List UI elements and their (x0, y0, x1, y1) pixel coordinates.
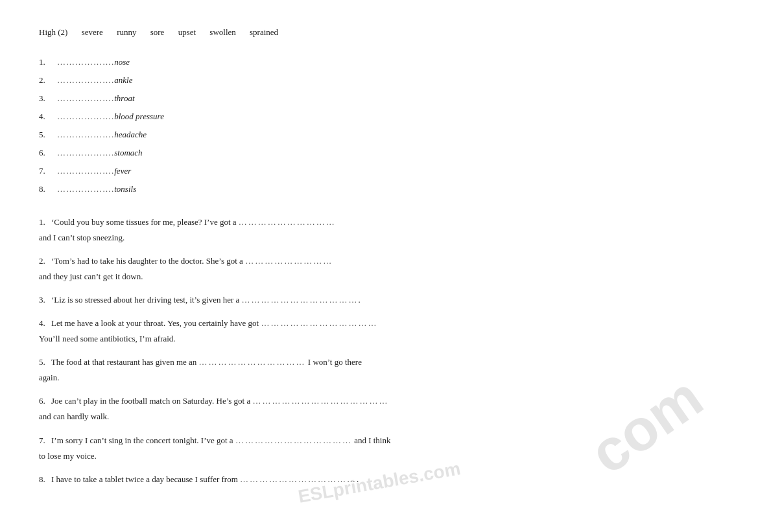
continuation: to lose my voice. (39, 451, 97, 461)
sentence-text2: . (357, 474, 359, 484)
sentence-text2: and I think (352, 435, 391, 445)
sentence-num: 1. (39, 217, 45, 227)
word-sore: sore (150, 27, 165, 37)
header-words: High (2) severe runny sore upset swollen… (39, 26, 719, 40)
item-word: tonsils (114, 182, 136, 196)
sentence-num: 3. (39, 295, 45, 305)
item-dots: ………………. (57, 146, 114, 160)
fill-line: ……………………………… (235, 434, 352, 448)
sentence-text1: ‘Could you buy some tissues for me, plea… (51, 217, 239, 227)
list-item: 4. ………………. blood pressure (39, 110, 719, 124)
sentence-text2: I won’t go there (306, 357, 362, 367)
sentence-text1: I have to take a tablet twice a day beca… (51, 474, 240, 484)
sentence-num: 6. (39, 396, 45, 406)
sentence-text1: The food at that restaurant has given me… (51, 357, 199, 367)
continuation: and I can’t stop sneezing. (39, 233, 124, 242)
word-high: High (2) (39, 27, 67, 37)
continuation: and they just can’t get it down. (39, 272, 143, 281)
fill-line: …………………………… (199, 355, 306, 369)
list-item: 5. ………………. headache (39, 128, 719, 142)
item-dots: ………………. (57, 164, 114, 178)
fill-line: ………………………… (239, 215, 336, 229)
sentence-6: 6. Joe can’t play in the football match … (39, 394, 719, 424)
list-item: 8. ………………. tonsils (39, 182, 719, 196)
sentence-7: 7. I’m sorry I can’t sing in the concert… (39, 434, 719, 463)
item-word: fever (114, 164, 131, 178)
sentence-text1: ‘Tom’s had to take his daughter to the d… (51, 256, 245, 266)
item-num: 4. (39, 110, 57, 124)
fill-line: …………………………………… (252, 394, 388, 408)
word-swollen: swollen (209, 27, 235, 37)
sentence-text1: I’m sorry I can’t sing in the concert to… (51, 435, 235, 445)
sentence-2: 2. ‘Tom’s had to take his daughter to th… (39, 254, 719, 284)
sentence-5: 5. The food at that restaurant has given… (39, 355, 719, 385)
item-word: nose (114, 55, 130, 69)
item-dots: ………………. (57, 91, 114, 106)
continuation: again. (39, 373, 59, 382)
continuation: You’ll need some antibiotics, I’m afraid… (39, 334, 176, 343)
sentence-num: 2. (39, 256, 45, 266)
item-dots: ………………. (57, 182, 114, 196)
item-num: 7. (39, 164, 57, 178)
continuation: and can hardly walk. (39, 411, 109, 421)
sentence-num: 4. (39, 318, 45, 328)
word-runny: runny (117, 27, 136, 37)
item-word: headache (114, 128, 147, 142)
sentence-4: 4. Let me have a look at your throat. Ye… (39, 316, 719, 346)
sentence-3: 3. ‘Liz is so stressed about her driving… (39, 293, 719, 307)
list-item: 1. ………………. nose (39, 55, 719, 69)
fill-line: ……………………………… (240, 472, 357, 487)
sentence-text1: Let me have a look at your throat. Yes, … (51, 318, 261, 328)
fill-line: ……………………………… (242, 293, 359, 307)
sentence-text2: . (359, 295, 361, 305)
fill-line: ……………………………… (261, 316, 377, 330)
item-num: 5. (39, 128, 57, 142)
sentence-num: 8. (39, 474, 45, 484)
list-item: 7. ………………. fever (39, 164, 719, 178)
item-word: throat (114, 91, 134, 106)
item-dots: ………………. (57, 55, 114, 69)
list-item: 3. ………………. throat (39, 91, 719, 106)
list-item: 2. ………………. ankle (39, 73, 719, 87)
word-severe: severe (82, 27, 103, 37)
sentence-num: 5. (39, 357, 45, 367)
item-dots: ………………. (57, 128, 114, 142)
item-dots: ………………. (57, 110, 114, 124)
list-item: 6. ………………. stomach (39, 146, 719, 160)
item-num: 8. (39, 182, 57, 196)
item-word: stomach (114, 146, 142, 160)
sentence-text1: ‘Liz is so stressed about her driving te… (51, 295, 242, 305)
item-num: 6. (39, 146, 57, 160)
item-word: ankle (114, 73, 132, 87)
item-num: 2. (39, 73, 57, 87)
part1-section: 1. ………………. nose 2. ………………. ankle 3. …………… (39, 55, 719, 197)
item-num: 1. (39, 55, 57, 69)
sentence-text1: Joe can’t play in the football match on … (51, 396, 252, 406)
sentence-1: 1. ‘Could you buy some tissues for me, p… (39, 215, 719, 245)
item-dots: ………………. (57, 73, 114, 87)
word-sprained: sprained (250, 27, 278, 37)
item-num: 3. (39, 91, 57, 106)
fill-line: ……………………… (245, 254, 333, 268)
word-upset: upset (178, 27, 196, 37)
sentence-num: 7. (39, 435, 45, 445)
part2-section: 1. ‘Could you buy some tissues for me, p… (39, 215, 719, 487)
sentence-8: 8. I have to take a tablet twice a day b… (39, 472, 719, 487)
item-word: blood pressure (114, 110, 164, 124)
